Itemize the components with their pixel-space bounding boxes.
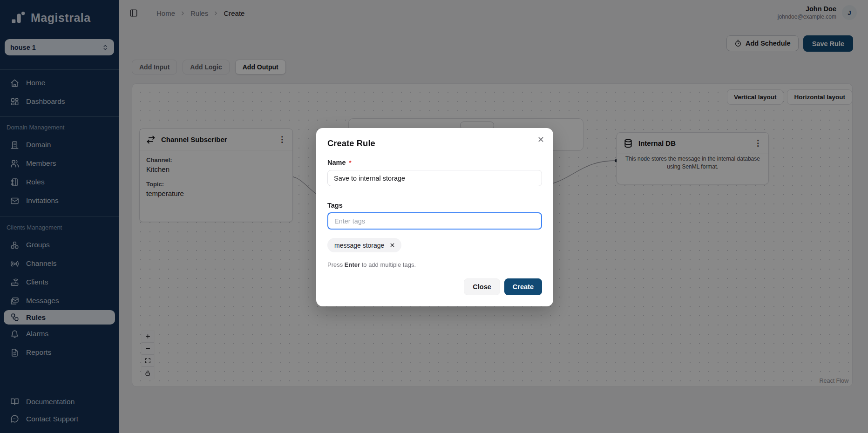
dialog-title: Create Rule	[327, 138, 542, 149]
x-icon	[389, 242, 395, 248]
hint-key: Enter	[345, 261, 360, 268]
hint-prefix: Press	[327, 261, 345, 268]
tags-label: Tags	[327, 202, 542, 209]
dialog-close-button[interactable]	[535, 134, 547, 145]
tag-chip: message storage	[327, 238, 401, 252]
close-icon	[537, 135, 545, 143]
required-marker: *	[349, 159, 352, 166]
close-button[interactable]: Close	[464, 278, 500, 295]
tags-input[interactable]	[327, 212, 542, 230]
create-button[interactable]: Create	[504, 278, 542, 295]
name-field-group: Name *	[327, 159, 542, 186]
create-rule-dialog: Create Rule Name * Tags message storage …	[316, 128, 553, 306]
rule-name-input[interactable]	[327, 170, 542, 186]
name-label-text: Name	[327, 159, 346, 166]
dialog-footer: Close Create	[464, 278, 542, 295]
tag-list: message storage	[327, 238, 542, 252]
tags-field-group: Tags message storage Press Enter to add …	[327, 202, 542, 268]
tag-chip-label: message storage	[334, 242, 384, 249]
name-label: Name *	[327, 159, 542, 166]
hint-suffix: to add multiple tags.	[360, 261, 416, 268]
tag-remove-button[interactable]	[389, 242, 395, 248]
tags-hint: Press Enter to add multiple tags.	[327, 261, 542, 268]
